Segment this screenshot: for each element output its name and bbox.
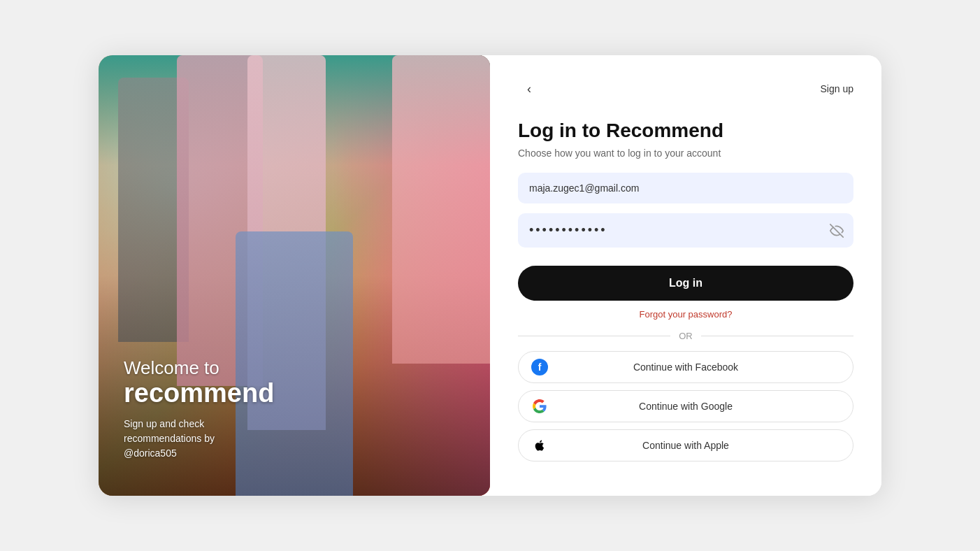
google-button-label: Continue with Google [639, 401, 733, 412]
apple-icon [531, 437, 548, 454]
brand-name: recommend [124, 379, 274, 408]
figure-4 [392, 55, 490, 364]
left-panel: Welcome to recommend Sign up and check r… [99, 55, 490, 496]
or-divider: OR [518, 331, 853, 341]
welcome-line: Welcome to [124, 357, 274, 379]
form-title: Log in to Recommend [518, 120, 853, 142]
email-display: maja.zugec1@gmail.com [518, 173, 853, 203]
back-icon: ‹ [527, 82, 531, 96]
google-icon [531, 398, 548, 415]
continue-apple-button[interactable]: Continue with Apple [518, 429, 853, 461]
subtitle-line3: @dorica505 [124, 448, 177, 459]
eye-hidden-icon [830, 224, 844, 238]
sign-up-link[interactable]: Sign up [821, 83, 853, 94]
apple-button-label: Continue with Apple [642, 440, 729, 451]
facebook-button-label: Continue with Facebook [633, 362, 738, 373]
form-subtitle: Choose how you want to log in to your ac… [518, 148, 853, 159]
login-button[interactable]: Log in [518, 266, 853, 301]
facebook-icon: f [531, 359, 548, 375]
or-text: OR [679, 331, 693, 341]
apple-icon-wrapper [531, 437, 548, 454]
back-button[interactable]: ‹ [518, 78, 540, 100]
toggle-password-button[interactable] [830, 224, 844, 238]
subtitle-line2: recommendations by [124, 433, 215, 444]
subtitle-line1: Sign up and check [124, 418, 204, 429]
modal-container: Welcome to recommend Sign up and check r… [99, 55, 881, 496]
google-icon-wrapper [531, 398, 548, 415]
right-header: ‹ Sign up [518, 78, 853, 100]
password-input[interactable] [518, 213, 853, 248]
divider-line-left [518, 336, 670, 336]
right-panel: ‹ Sign up Log in to Recommend Choose how… [490, 55, 881, 496]
left-subtitle: Sign up and check recommendations by @do… [124, 417, 274, 461]
continue-facebook-button[interactable]: f Continue with Facebook [518, 351, 853, 383]
facebook-icon-wrapper: f [531, 359, 548, 375]
continue-google-button[interactable]: Continue with Google [518, 390, 853, 422]
overlay-text: Welcome to recommend Sign up and check r… [124, 357, 274, 461]
divider-line-right [701, 336, 853, 336]
forgot-password-button[interactable]: Forgot your password? [518, 309, 853, 320]
password-wrapper [518, 213, 853, 248]
